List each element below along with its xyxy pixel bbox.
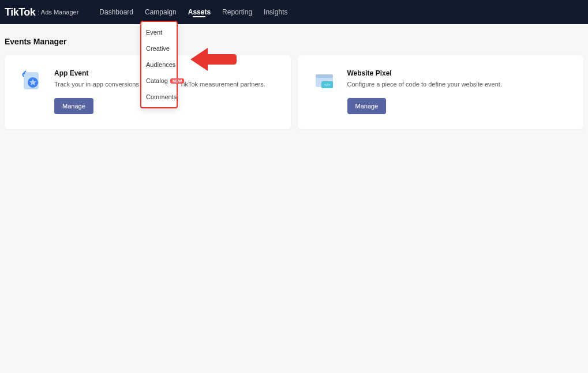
dropdown-creative[interactable]: Creative — [141, 40, 177, 56]
svg-rect-3 — [316, 74, 333, 78]
logo-text: TikTok — [5, 6, 35, 18]
logo-section: TikTok : Ads Manager — [5, 6, 78, 18]
app-event-icon — [20, 69, 43, 92]
website-pixel-manage-button[interactable]: Manage — [347, 98, 387, 114]
dropdown-audiences[interactable]: Audiences — [141, 56, 177, 73]
top-header: TikTok : Ads Manager Dashboard Campaign … — [0, 0, 588, 24]
nav-insights[interactable]: Insights — [258, 0, 293, 24]
dropdown-catalog-label: Catalog — [146, 77, 168, 84]
dropdown-event[interactable]: Event — [141, 24, 177, 40]
nav-assets[interactable]: Assets — [182, 0, 216, 24]
website-pixel-card: </> Website Pixel Configure a piece of c… — [298, 55, 584, 129]
nav-reporting[interactable]: Reporting — [216, 0, 258, 24]
website-pixel-icon: </> — [313, 69, 336, 92]
dropdown-catalog[interactable]: Catalog NEW — [141, 73, 177, 89]
nav-dashboard[interactable]: Dashboard — [93, 0, 139, 24]
main-nav: Dashboard Campaign Assets Reporting Insi… — [93, 0, 293, 24]
page-title: Events Manager — [0, 24, 588, 55]
assets-dropdown: Event Creative Audiences Catalog NEW Com… — [140, 21, 178, 108]
website-pixel-title: Website Pixel — [347, 69, 569, 77]
logo-subtitle: : Ads Manager — [38, 9, 78, 16]
cards-container: App Event Track your in-app conversions … — [0, 55, 588, 129]
dropdown-comments[interactable]: Comments — [141, 89, 177, 105]
website-pixel-desc: Configure a piece of code to define your… — [347, 81, 569, 88]
svg-text:</>: </> — [324, 82, 330, 86]
annotation-arrow-icon — [190, 45, 237, 76]
new-badge: NEW — [170, 78, 184, 84]
content-area: Events Manager App Event Track your in-a… — [0, 24, 588, 373]
app-event-manage-button[interactable]: Manage — [54, 98, 93, 114]
